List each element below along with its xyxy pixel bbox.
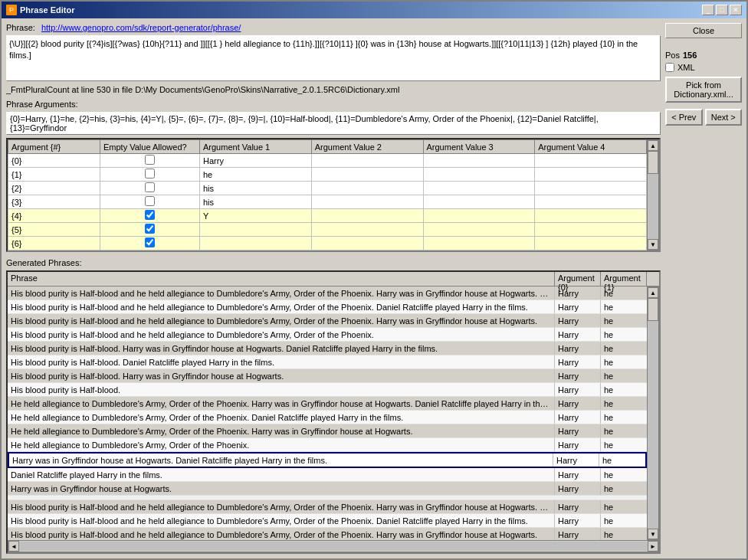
val4-cell [535,195,647,209]
gen-col-phrase: Phrase [8,272,555,286]
list-item[interactable]: His blood purity is Half-blood and he he… [8,287,647,300]
gen-hscrollbar[interactable]: ◄ ► [8,540,659,552]
gen-phrase-cell: His blood purity is Half-blood and he he… [8,328,555,341]
minimize-button[interactable]: _ [702,5,714,15]
val1-cell [200,237,312,251]
list-item[interactable]: He held allegiance to Dumbledore's Army,… [8,424,647,438]
scroll-up-btn[interactable]: ▲ [648,140,658,151]
pick-from-dictionary-button[interactable]: Pick from Dictionary.xml... [665,77,742,103]
gen-arg1-cell: he [601,397,647,410]
list-item[interactable]: His blood purity is Half-blood and he he… [8,528,647,540]
list-item[interactable]: He held allegiance to Dumbledore's Army,… [8,438,647,452]
val4-cell [535,223,647,237]
hscroll-left-btn[interactable]: ◄ [8,541,19,552]
list-item[interactable]: Harry was in Gryffindor house at Hogwart… [8,452,647,468]
close-window-button[interactable]: ✕ [730,5,742,15]
phrase-url-link[interactable]: http://www.genopro.com/sdk/report-genera… [41,23,241,32]
gen-arg1-cell: he [601,514,647,527]
gen-arg0-cell: Harry [555,300,601,313]
arguments-table-wrapper: Argument {#} Empty Value Allowed? Argume… [6,138,661,252]
xml-label: XML [677,63,695,72]
xml-checkbox[interactable] [665,63,674,72]
pos-label: Pos [665,51,680,60]
gen-scroll-thumb[interactable] [648,298,658,321]
close-button[interactable]: Close [665,23,742,38]
empty-allowed-cell [100,195,200,209]
args-table-scrollbar[interactable]: ▲ ▼ [647,139,659,251]
empty-allowed-checkbox[interactable] [145,155,155,165]
gen-scroll-down-btn[interactable]: ▼ [648,529,658,539]
list-item[interactable]: His blood purity is Half-blood and he he… [8,314,647,328]
generated-table-header: Phrase Argument {0} Argument {1} [8,272,659,287]
empty-allowed-checkbox[interactable] [145,196,155,206]
val4-cell [535,237,647,251]
scroll-thumb[interactable] [648,151,658,174]
val1-cell [200,223,312,237]
table-row: {0} Harry [8,154,647,168]
scroll-down-btn[interactable]: ▼ [648,239,658,250]
gen-arg1-cell: he [599,454,645,467]
phrase-label: Phrase: [6,23,35,32]
list-item[interactable]: His blood purity is Half-blood. Harry he [8,383,647,397]
arguments-table: Argument {#} Empty Value Allowed? Argume… [8,139,647,251]
list-item[interactable]: His blood purity is Half-blood. Harry wa… [8,369,647,383]
col-val2: Argument Value 2 [311,140,423,154]
gen-phrase-cell: His blood purity is Half-blood. [8,383,555,396]
gen-arg1-cell: he [601,369,647,382]
empty-allowed-checkbox[interactable] [145,210,155,220]
phrase-header-row: Phrase: http://www.genopro.com/sdk/repor… [6,23,661,32]
gen-arg1-cell: he [601,342,647,355]
title-bar-left: P Phrase Editor [6,5,75,15]
xml-checkbox-row: XML [665,63,742,72]
list-item[interactable]: His blood purity is Half-blood and he he… [8,328,647,342]
gen-phrase-cell: His blood purity is Half-blood. Harry wa… [8,369,555,382]
gen-phrase-cell: His blood purity is Half-blood and he he… [8,314,555,327]
prev-button[interactable]: < Prev [665,109,703,126]
maximize-button[interactable]: □ [716,5,728,15]
empty-allowed-checkbox[interactable] [145,224,155,234]
list-item[interactable]: He held allegiance to Dumbledore's Army,… [8,397,647,411]
list-item[interactable]: Harry was in Gryffindor house at Hogwart… [8,482,647,496]
val2-cell [311,223,423,237]
empty-allowed-checkbox[interactable] [145,182,155,192]
gen-phrase-cell: He held allegiance to Dumbledore's Army,… [8,438,555,451]
val1-cell: he [200,168,312,182]
gen-phrase-cell: Harry was in Gryffindor house at Hogwart… [9,454,553,467]
empty-allowed-checkbox[interactable] [145,169,155,178]
col-empty-allowed: Empty Value Allowed? [100,140,200,154]
list-item[interactable]: Daniel Ratcliffe played Harry in the fil… [8,468,647,482]
val2-cell [311,168,423,182]
val3-cell [423,195,535,209]
list-item[interactable]: His blood purity is Half-blood. Daniel R… [8,355,647,369]
window-title: Phrase Editor [20,5,75,15]
list-item[interactable]: His blood purity is Half-blood and he he… [8,514,647,528]
gen-phrase-cell: His blood purity is Half-blood and he he… [8,528,555,540]
gen-arg0-cell: Harry [553,454,599,467]
main-area: Phrase: http://www.genopro.com/sdk/repor… [6,23,661,554]
nav-buttons: < Prev Next > [665,109,742,126]
gen-arg1-cell: he [601,411,647,424]
arg-number-cell: {2} [8,182,100,195]
gen-table-scrollbar[interactable]: ▲ ▼ [647,287,659,540]
val4-cell [535,168,647,182]
val4-cell [535,154,647,168]
list-item[interactable]: His blood purity is Half-blood and he he… [8,500,647,514]
list-item[interactable]: His blood purity is Half-blood. Harry wa… [8,342,647,355]
table-row: {1} he [8,168,647,182]
generated-table-body[interactable]: His blood purity is Half-blood and he he… [8,287,647,540]
col-arg-num: Argument {#} [8,140,100,154]
empty-allowed-checkbox[interactable] [145,237,155,247]
phrase-editor-window: P Phrase Editor _ □ ✕ Phrase: http://www… [0,0,748,560]
val1-cell: his [200,195,312,209]
hscroll-right-btn[interactable]: ► [648,541,658,552]
gen-scroll-up-btn[interactable]: ▲ [648,287,658,298]
list-item[interactable]: His blood purity is Half-blood and he he… [8,300,647,314]
gen-arg0-cell: Harry [555,383,601,396]
next-button[interactable]: Next > [705,109,743,126]
list-item[interactable]: He held allegiance to Dumbledore's Army,… [8,411,647,424]
gen-arg0-cell: Harry [555,369,601,382]
phrase-text-box[interactable]: {\U}][{2} blood purity [{?4}is][{?was} {… [6,35,661,81]
phrase-arguments-label: Phrase Arguments: [6,100,661,109]
gen-phrase-cell: His blood purity is Half-blood and he he… [8,287,555,300]
val2-cell [311,237,423,251]
